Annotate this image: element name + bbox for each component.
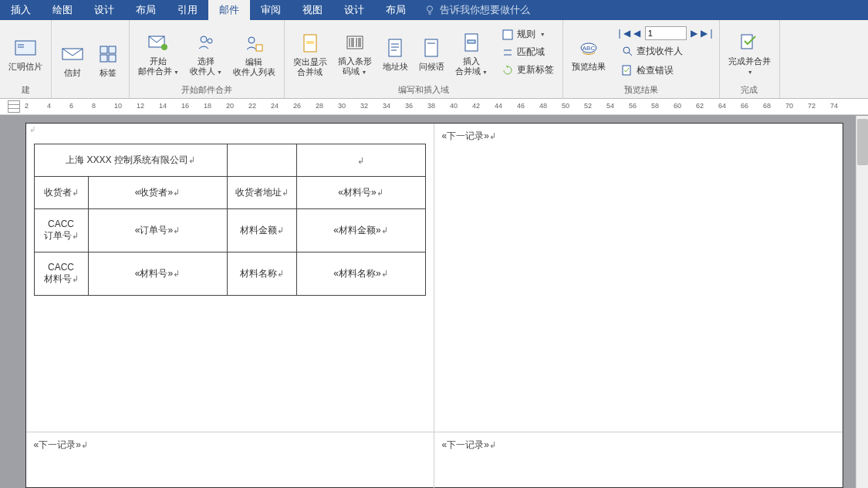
ruler-tick: 60: [674, 102, 681, 110]
envelope-icon: [60, 42, 85, 66]
first-record-button[interactable]: ❘◀: [617, 27, 630, 39]
highlight-icon: [298, 31, 323, 56]
postcard-icon: [13, 36, 38, 60]
merge-field-icon: [459, 30, 484, 55]
merge-field: «收货者»↲: [88, 177, 227, 209]
ribbon-group-finish: 完成并合并▼ 完成: [720, 20, 780, 98]
preview-results-button[interactable]: ABC 预览结果: [568, 32, 610, 73]
tab-design[interactable]: 设计: [83, 0, 125, 20]
ruler-tick: 50: [562, 102, 569, 110]
edit-recipient-list-button[interactable]: 编辑 收件人列表: [229, 27, 279, 78]
ruler-tick: 10: [114, 102, 122, 110]
svg-point-15: [248, 37, 255, 43]
row-label: CACC 材料号↲: [34, 252, 88, 296]
label-cell-2[interactable]: «下一记录»↲: [434, 124, 843, 432]
lightbulb-icon: [424, 5, 435, 15]
last-record-button[interactable]: ▶❘: [702, 27, 714, 39]
svg-rect-3: [15, 41, 35, 55]
tab-mailings[interactable]: 邮件: [208, 0, 250, 20]
chevron-down-icon: ▼: [540, 32, 545, 37]
ruler-tick: 12: [137, 102, 144, 110]
tab-design2[interactable]: 设计: [333, 0, 375, 20]
tab-layout[interactable]: 布局: [125, 0, 167, 20]
tab-insert[interactable]: 插入: [0, 0, 42, 20]
ruler-tick: 38: [427, 102, 435, 110]
svg-rect-33: [468, 40, 475, 43]
table-title: 上海 XXXX 控制系统有限公司↲: [34, 144, 227, 177]
row-label: 材料名称↲: [227, 252, 296, 296]
record-navigator: ❘◀ ◀ ▶ ▶❘: [617, 26, 714, 40]
ruler-tick: 18: [204, 102, 211, 110]
ruler-tick: 2: [25, 102, 29, 110]
ruler-tick: 30: [338, 102, 346, 110]
labels-button[interactable]: 标签: [92, 38, 124, 79]
merge-field: «材料名称»↲: [296, 252, 425, 296]
greeting-icon: [419, 36, 444, 60]
svg-rect-26: [389, 39, 401, 56]
merge-field: «订单号»↲: [88, 209, 227, 252]
barcode-field-button[interactable]: 插入条形 码域▼: [334, 26, 376, 78]
match-icon: [502, 46, 514, 59]
ruler-tick: 22: [248, 102, 256, 110]
update-icon: [502, 64, 514, 76]
svg-rect-30: [425, 39, 437, 56]
tab-references[interactable]: 引用: [167, 0, 208, 20]
vertical-scrollbar[interactable]: [856, 116, 868, 488]
insert-merge-field-button[interactable]: 插入 合并域▼: [451, 26, 491, 78]
ruler-tick: 20: [226, 102, 234, 110]
group-label-create: 建: [5, 83, 46, 98]
ruler-tick: 54: [606, 102, 614, 110]
ruler-tick: 28: [316, 102, 323, 110]
ruler-tick: 52: [584, 102, 592, 110]
chevron-down-icon: ▼: [217, 69, 222, 75]
next-record-button[interactable]: ▶: [688, 27, 701, 39]
row-label: 收货者地址↲: [227, 177, 296, 209]
prev-record-button[interactable]: ◀: [631, 27, 643, 39]
update-labels-button[interactable]: 更新标签: [498, 62, 558, 78]
ruler-tick: 72: [808, 102, 816, 110]
merge-field: «材料金额»↲: [296, 209, 425, 252]
svg-point-12: [161, 44, 167, 50]
envelope-button[interactable]: 信封: [56, 38, 89, 79]
label-cell-1[interactable]: ↲ 上海 XXXX 控制系统有限公司↲↲ 收货者↲ «收货者»↲ 收货者地址↲ …: [26, 124, 434, 432]
address-block-icon: [383, 36, 407, 60]
merge-field: «材料号»↲: [296, 177, 425, 209]
tab-layout2[interactable]: 布局: [375, 0, 417, 20]
label-cell-3[interactable]: «下一记录»↲: [26, 432, 434, 488]
ruler-tick: 40: [450, 102, 458, 110]
label-cell-4[interactable]: «下一记录»↲: [434, 432, 843, 488]
row-label: CACC 订单号↲: [34, 209, 88, 252]
select-recipients-button[interactable]: 选择 收件人▼: [186, 26, 226, 78]
tell-me-search[interactable]: 告诉我你想要做什么: [417, 0, 530, 20]
finish-icon: [737, 30, 762, 55]
match-fields-button[interactable]: 匹配域: [498, 44, 549, 60]
merge-field: «材料号»↲: [88, 252, 227, 296]
scrollbar-thumb[interactable]: [857, 119, 868, 165]
find-recipient-button[interactable]: 查找收件人: [617, 43, 714, 59]
postcard-label: 汇明信片: [8, 62, 42, 72]
tab-review[interactable]: 审阅: [250, 0, 292, 20]
record-number-input[interactable]: [645, 26, 687, 40]
tab-view[interactable]: 视图: [292, 0, 333, 20]
check-errors-button[interactable]: 检查错误: [617, 63, 714, 79]
svg-rect-9: [100, 55, 107, 62]
document-area[interactable]: ↲ 上海 XXXX 控制系统有限公司↲↲ 收货者↲ «收货者»↲ 收货者地址↲ …: [0, 115, 868, 488]
highlight-merge-fields-button[interactable]: 突出显示 合并域: [289, 27, 331, 78]
cell-anchor-icon: ↲: [29, 125, 35, 134]
greeting-line-button[interactable]: 问候语: [415, 32, 448, 73]
finish-merge-button[interactable]: 完成并合并▼: [724, 26, 775, 78]
address-block-button[interactable]: 地址块: [379, 32, 412, 73]
next-record-field: «下一记录»↲: [34, 439, 88, 450]
next-record-field: «下一记录»↲: [442, 130, 496, 141]
postcard-button[interactable]: 汇明信片: [5, 32, 46, 73]
start-mail-merge-button[interactable]: 开始 邮件合并▼: [134, 26, 183, 78]
ruler-tick: 16: [181, 102, 189, 110]
ribbon-group-preview: ABC 预览结果 ❘◀ ◀ ▶ ▶❘ 查找收件人 检查错误 预览结果: [563, 20, 720, 98]
ruler-tick: 68: [763, 102, 771, 110]
rules-button[interactable]: 规则▼: [498, 26, 549, 42]
horizontal-ruler[interactable]: 2468101214161820222426283032343638404244…: [0, 99, 868, 115]
tab-draw[interactable]: 绘图: [42, 0, 83, 20]
next-record-field: «下一记录»↲: [442, 439, 496, 450]
ruler-tick: 64: [718, 102, 726, 110]
label-icon: [96, 42, 120, 66]
